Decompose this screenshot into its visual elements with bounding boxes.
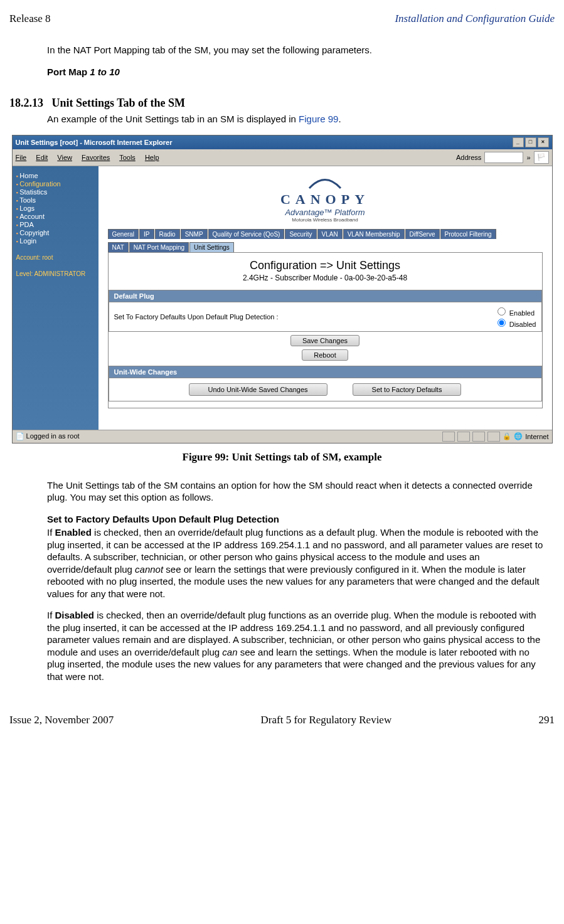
radio-enabled-label: Enabled [509, 309, 535, 317]
status-box-4 [487, 432, 500, 442]
section-lead: An example of the Unit Settings tab in a… [47, 114, 299, 124]
section-number: 18.2.13 [9, 97, 43, 109]
status-box-1 [442, 432, 455, 442]
panel-default-plug-header: Default Plug [109, 290, 542, 302]
after-p2d: cannot [135, 564, 163, 575]
logo: CANOPY Advantage™ Platform Motorola Wire… [108, 174, 543, 223]
sidebar-item-logs[interactable]: Logs [16, 204, 95, 212]
sidebar-item-statistics[interactable]: Statistics [16, 188, 95, 196]
intro-paragraph: In the NAT Port Mapping tab of the SM, y… [47, 44, 545, 56]
tab-protocol-filtering[interactable]: Protocol Filtering [440, 229, 496, 239]
window-title: Unit Settings [root] - Microsoft Interne… [16, 139, 173, 146]
section-title: Unit Settings Tab of the SM [52, 97, 186, 109]
default-plug-label: Set To Factory Defaults Upon Default Plu… [114, 313, 488, 321]
close-icon[interactable]: × [538, 137, 549, 147]
after-p2a: If [47, 527, 55, 538]
sidebar-item-account[interactable]: Account [16, 213, 95, 220]
config-subtitle: 2.4GHz - Subscriber Module - 0a-00-3e-20… [109, 273, 542, 282]
sidebar-item-tools[interactable]: Tools [16, 196, 95, 204]
config-title: Configuration => Unit Settings [109, 259, 542, 272]
after-p3d: can [222, 647, 237, 657]
radio-disabled-input[interactable] [497, 319, 506, 327]
radio-enabled[interactable]: Enabled [494, 305, 536, 317]
tab-vlan-membership[interactable]: VLAN Membership [343, 229, 405, 239]
tab-general[interactable]: General [108, 229, 139, 239]
status-box-3 [472, 432, 485, 442]
tab-vlan[interactable]: VLAN [317, 229, 343, 239]
radio-disabled-label: Disabled [509, 321, 536, 328]
footer-right: 291 [539, 714, 555, 726]
maximize-icon[interactable]: □ [525, 137, 536, 147]
tab-unit-settings[interactable]: Unit Settings [189, 242, 234, 252]
status-left: Logged in as root [26, 432, 80, 440]
menu-bar[interactable]: File Edit View Favorites Tools Help [16, 154, 167, 161]
footer-center: Draft 5 for Regulatory Review [261, 714, 392, 726]
sidebar-account: Account: root [16, 254, 95, 261]
menu-help[interactable]: Help [145, 154, 159, 161]
menu-tools[interactable]: Tools [119, 154, 136, 161]
lock-icon: 🔒 [503, 432, 511, 440]
tab-nat-port-mapping[interactable]: NAT Port Mapping [129, 242, 189, 252]
sidebar-item-copyright[interactable]: Copyright [16, 229, 95, 236]
tab-ip[interactable]: IP [139, 229, 154, 239]
menu-view[interactable]: View [57, 154, 72, 161]
minimize-icon[interactable]: _ [513, 137, 524, 147]
tab-security[interactable]: Security [285, 229, 316, 239]
menu-file[interactable]: File [16, 154, 27, 161]
tab-snmp[interactable]: SNMP [181, 229, 208, 239]
sidebar-item-login[interactable]: Login [16, 237, 95, 245]
logo-text: CANOPY [108, 191, 543, 208]
undo-changes-button[interactable]: Undo Unit-Wide Saved Changes [189, 383, 327, 396]
internet-icon: 🌐 [514, 432, 523, 440]
tab-radio[interactable]: Radio [155, 229, 180, 239]
save-changes-button[interactable]: Save Changes [290, 335, 359, 346]
logo-tag: Motorola Wireless Broadband [108, 217, 543, 223]
tab-qos[interactable]: Quality of Service (QoS) [208, 229, 285, 239]
tab-nat[interactable]: NAT [108, 242, 129, 252]
sidebar: Home Configuration Statistics Tools Logs… [13, 166, 98, 430]
canopy-arc-icon [306, 174, 344, 190]
figure-ref-link[interactable]: Figure 99 [299, 114, 338, 124]
menu-edit[interactable]: Edit [36, 154, 48, 161]
portmap-range: 1 to 10 [90, 66, 120, 77]
after-h1: Set to Factory Defaults Upon Default Plu… [47, 513, 545, 526]
tab-diffserve[interactable]: DiffServe [405, 229, 440, 239]
footer-left: Issue 2, November 2007 [9, 714, 114, 726]
status-right: Internet [525, 433, 548, 440]
after-p3a: If [47, 610, 55, 620]
ie-logo-icon: 🏳️ [534, 151, 549, 164]
status-box-2 [457, 432, 470, 442]
header-guide: Installation and Configuration Guide [395, 13, 555, 25]
factory-defaults-button[interactable]: Set to Factory Defaults [353, 383, 462, 396]
address-more[interactable]: » [526, 154, 530, 161]
logo-sub: Advantage™ Platform [108, 208, 543, 217]
panel-unitwide-header: Unit-Wide Changes [109, 366, 542, 378]
radio-enabled-input[interactable] [497, 307, 506, 316]
sidebar-item-home[interactable]: Home [16, 172, 95, 179]
sidebar-level: Level: ADMINISTRATOR [16, 270, 95, 277]
sidebar-item-configuration[interactable]: Configuration [16, 180, 95, 188]
figure-caption: Figure 99: Unit Settings tab of SM, exam… [9, 451, 555, 464]
reboot-button[interactable]: Reboot [302, 349, 348, 361]
portmap-label: Port Map [47, 66, 90, 77]
section-period: . [338, 114, 341, 124]
address-label: Address [456, 154, 481, 161]
menu-favorites[interactable]: Favorites [82, 154, 110, 161]
after-p1: The Unit Settings tab of the SM contains… [47, 479, 545, 504]
after-p2b: Enabled [55, 527, 92, 538]
browser-window: Unit Settings [root] - Microsoft Interne… [12, 135, 553, 443]
after-p3b: Disabled [55, 610, 95, 620]
sidebar-item-pda[interactable]: PDA [16, 221, 95, 228]
header-release: Release 8 [9, 13, 51, 25]
address-input[interactable] [484, 152, 523, 163]
radio-disabled[interactable]: Disabled [494, 317, 536, 328]
